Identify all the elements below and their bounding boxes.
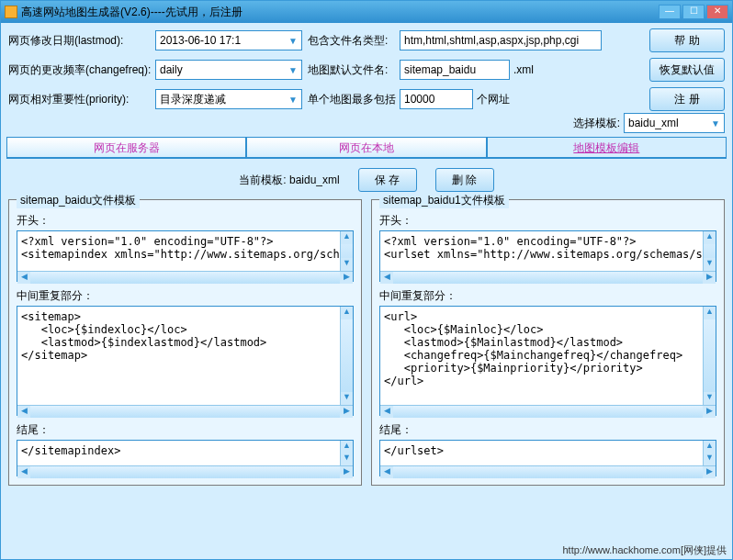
right-legend: sitemap_baidu1文件模板 (379, 193, 509, 208)
window-controls: — ☐ ✕ (659, 5, 728, 19)
chevron-down-icon: ▼ (288, 36, 298, 46)
right-mid-textarea[interactable] (379, 306, 716, 416)
scrollbar-horizontal[interactable]: ◀▶ (380, 465, 716, 478)
settings-mid: 包含文件名类型: htm,html,shtml,asp,aspx,jsp,php… (308, 28, 602, 111)
mapname-suffix: .xml (513, 63, 534, 76)
mapname-label: 地图默认文件名: (308, 62, 396, 78)
footer-text: http://www.hackhome.com[网侠]提供 (563, 543, 727, 557)
left-head-label: 开头： (17, 213, 354, 229)
scrollbar-horizontal[interactable]: ◀▶ (380, 405, 716, 418)
scrollbar-vertical[interactable]: ▲▼ (703, 231, 716, 271)
settings-right: 帮 助 恢复默认值 注 册 (649, 28, 725, 111)
window-title: 高速网站地图生成器(V2.6)----先试用，后注册 (21, 5, 659, 20)
scrollbar-vertical[interactable]: ▲▼ (703, 441, 716, 465)
left-mid-label: 中间重复部分： (17, 288, 354, 304)
scrollbar-horizontal[interactable]: ◀▶ (17, 405, 353, 418)
right-mid-label: 中间重复部分： (379, 288, 716, 304)
chevron-down-icon: ▼ (711, 118, 720, 129)
current-template-label: 当前模板: baidu_xml (239, 173, 339, 188)
scrollbar-vertical[interactable]: ▲▼ (703, 307, 716, 405)
titlebar: 高速网站地图生成器(V2.6)----先试用，后注册 — ☐ ✕ (1, 1, 732, 23)
settings-left: 网页修改日期(lastmod): 2013-06-10 17:1▼ 网页的更改频… (8, 28, 302, 111)
left-panel: sitemap_baidu文件模板 开头： ▲▼ ◀▶ 中间重复部分： ▲▼ ◀… (8, 199, 362, 486)
restore-defaults-button[interactable]: 恢复默认值 (649, 58, 725, 82)
delete-button[interactable]: 删 除 (435, 168, 494, 192)
priority-combo[interactable]: 目录深度递减▼ (155, 89, 302, 109)
maxurl-label: 单个地图最多包括 (308, 92, 396, 107)
settings-row: 网页修改日期(lastmod): 2013-06-10 17:1▼ 网页的更改频… (1, 23, 732, 113)
close-button[interactable]: ✕ (706, 5, 728, 19)
tab-template-editor[interactable]: 地图模板编辑 (487, 137, 727, 157)
include-label: 包含文件名类型: (308, 33, 396, 49)
right-end-label: 结尾： (379, 422, 716, 438)
scrollbar-vertical[interactable]: ▲▼ (340, 441, 353, 465)
tab-local[interactable]: 网页在本地 (246, 137, 486, 157)
scrollbar-horizontal[interactable]: ◀▶ (17, 271, 353, 284)
app-window: 高速网站地图生成器(V2.6)----先试用，后注册 — ☐ ✕ 网页修改日期(… (0, 0, 733, 560)
left-mid-textarea[interactable] (17, 306, 354, 416)
chevron-down-icon: ▼ (288, 65, 298, 75)
template-select-row: 选择模板: baidu_xml▼ (1, 113, 732, 137)
priority-label: 网页相对重要性(priority): (8, 92, 152, 107)
app-icon (5, 6, 17, 18)
changefreq-label: 网页的更改频率(changefreq): (8, 62, 152, 78)
help-button[interactable]: 帮 助 (649, 28, 725, 52)
save-button[interactable]: 保 存 (358, 168, 417, 192)
tab-server[interactable]: 网页在服务器 (6, 137, 246, 157)
scrollbar-vertical[interactable]: ▲▼ (340, 307, 353, 405)
maximize-button[interactable]: ☐ (682, 5, 705, 19)
template-select: 选择模板: baidu_xml▼ (573, 113, 725, 133)
maxurl-suffix: 个网址 (477, 92, 510, 107)
register-button[interactable]: 注 册 (649, 87, 725, 111)
lastmod-combo[interactable]: 2013-06-10 17:1▼ (155, 30, 302, 50)
scrollbar-horizontal[interactable]: ◀▶ (380, 271, 716, 284)
mapname-input[interactable]: sitemap_baidu (400, 60, 510, 80)
left-legend: sitemap_baidu文件模板 (17, 193, 140, 208)
template-panels: sitemap_baidu文件模板 开头： ▲▼ ◀▶ 中间重复部分： ▲▼ ◀… (8, 199, 725, 486)
right-panel: sitemap_baidu1文件模板 开头： ▲▼ ◀▶ 中间重复部分： ▲▼ … (371, 199, 725, 486)
chevron-down-icon: ▼ (288, 95, 298, 105)
left-end-label: 结尾： (17, 422, 354, 438)
tplsel-label: 选择模板: (573, 116, 620, 131)
tab-bar: 网页在服务器 网页在本地 地图模板编辑 (6, 137, 727, 159)
scrollbar-vertical[interactable]: ▲▼ (340, 231, 353, 271)
maxurl-input[interactable]: 10000 (400, 89, 473, 109)
tab-content: 当前模板: baidu_xml 保 存 删 除 sitemap_baidu文件模… (1, 159, 732, 491)
minimize-button[interactable]: — (659, 5, 681, 19)
tplsel-combo[interactable]: baidu_xml▼ (624, 113, 725, 133)
scrollbar-horizontal[interactable]: ◀▶ (17, 465, 353, 478)
right-head-label: 开头： (379, 213, 716, 229)
include-input[interactable]: htm,html,shtml,asp,aspx,jsp,php,cgi (400, 30, 602, 50)
changefreq-combo[interactable]: daily▼ (155, 60, 302, 80)
lastmod-label: 网页修改日期(lastmod): (8, 33, 152, 49)
